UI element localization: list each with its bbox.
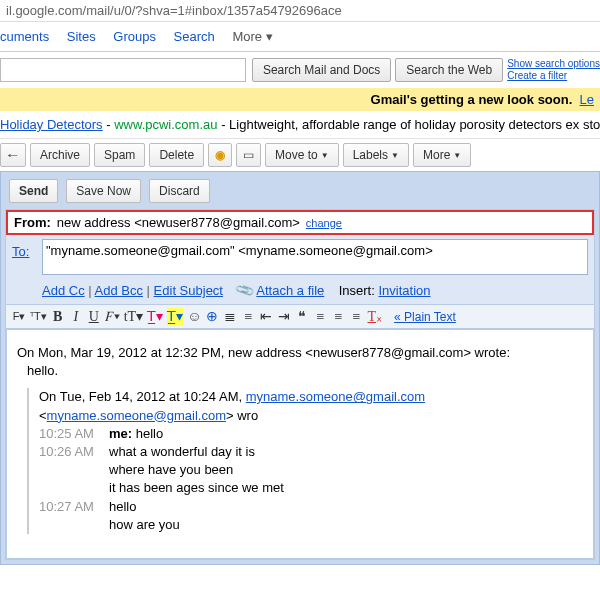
back-arrow-icon: ← xyxy=(5,148,21,162)
url-bar: il.google.com/mail/u/0/?shva=1#inbox/135… xyxy=(0,0,600,22)
nested-header: On Tue, Feb 14, 2012 at 10:24 AM, myname… xyxy=(39,388,583,424)
ad-domain: www.pcwi.com.au xyxy=(114,117,217,132)
bullet-list-button[interactable]: ≡ xyxy=(241,309,255,325)
message-toolbar: ← Archive Spam Delete ◉ ▭ Move to ▼ Labe… xyxy=(0,139,600,171)
format-toolbar: F▾ ᵀT▾ B I U 𝐹▾ tT▾ T̲▾ T̲▾ ☺ ⊕ ≣ ≡ ⇤ ⇥ … xyxy=(6,304,594,329)
labels-button[interactable]: Labels ▼ xyxy=(343,143,409,167)
ad-sep: - xyxy=(106,117,114,132)
remove-format-button[interactable]: Tₓ xyxy=(367,308,382,325)
discard-button[interactable]: Discard xyxy=(149,179,210,203)
font-face-button[interactable]: F▾ xyxy=(12,310,26,323)
to-row: To: "myname.someone@gmail.com" <myname.s… xyxy=(6,235,594,279)
add-bcc-link[interactable]: Add Bcc xyxy=(95,283,143,298)
insert-invitation-link[interactable]: Invitation xyxy=(378,283,430,298)
save-now-button[interactable]: Save Now xyxy=(66,179,141,203)
nav-search[interactable]: Search xyxy=(174,29,215,44)
italic-button[interactable]: I xyxy=(69,309,83,325)
compose-links: Add Cc | Add Bcc | Edit Subject 📎 Attach… xyxy=(6,279,594,304)
chat-line: where have you been xyxy=(109,461,233,479)
search-input[interactable] xyxy=(0,58,246,82)
text-size-button[interactable]: tT▾ xyxy=(124,308,143,325)
ad-desc: Lightweight, affordable range of holiday… xyxy=(229,117,600,132)
timestamp: 10:26 AM xyxy=(39,443,109,461)
chat-line: what a wonderful day it is xyxy=(109,443,255,461)
font-size-button[interactable]: ᵀT▾ xyxy=(30,310,47,323)
compose-inner: From: new address <newuser8778@gmail.com… xyxy=(5,209,595,560)
back-button[interactable]: ← xyxy=(0,143,26,167)
to-label[interactable]: To: xyxy=(12,239,42,259)
chevron-down-icon: ▼ xyxy=(453,151,461,160)
align-center-button[interactable]: ≡ xyxy=(331,309,345,325)
highlight-button[interactable]: T̲▾ xyxy=(167,308,183,325)
minus-box-icon: ▭ xyxy=(243,148,254,162)
nav-documents[interactable]: cuments xyxy=(0,29,49,44)
ad-title[interactable]: Holiday Detectors xyxy=(0,117,103,132)
to-input[interactable]: "myname.someone@gmail.com" <myname.someo… xyxy=(42,239,588,275)
outdent-button[interactable]: ⇤ xyxy=(259,308,273,325)
chat-line: me: hello xyxy=(109,425,163,443)
ad-line: Holiday Detectors - www.pcwi.com.au - Li… xyxy=(0,111,600,139)
top-nav: cuments Sites Groups Search More ▾ xyxy=(0,22,600,52)
chevron-down-icon: ▼ xyxy=(391,151,399,160)
move-to-button[interactable]: Move to ▼ xyxy=(265,143,339,167)
spam-button[interactable]: Spam xyxy=(94,143,145,167)
quote-button[interactable]: ❝ xyxy=(295,308,309,325)
search-web-button[interactable]: Search the Web xyxy=(395,58,503,82)
insert-label: Insert: xyxy=(339,283,375,298)
emoji-button[interactable]: ☺ xyxy=(187,309,201,325)
chat-line: it has been ages since we met xyxy=(109,479,284,497)
bold-button[interactable]: B xyxy=(51,309,65,325)
font-style-button[interactable]: 𝐹▾ xyxy=(105,309,120,325)
show-search-options[interactable]: Show search options xyxy=(507,58,600,70)
add-cc-link[interactable]: Add Cc xyxy=(42,283,85,298)
delete-button[interactable]: Delete xyxy=(149,143,204,167)
from-row-highlighted: From: new address <newuser8778@gmail.com… xyxy=(6,210,594,235)
plain-text-link[interactable]: « Plain Text xyxy=(394,310,456,324)
paperclip-icon: 📎 xyxy=(235,280,256,301)
search-links: Show search options Create a filter xyxy=(507,58,600,82)
underline-button[interactable]: U xyxy=(87,309,101,325)
chat-line: hello xyxy=(109,498,136,516)
create-filter[interactable]: Create a filter xyxy=(507,70,600,82)
banner-link[interactable]: Le xyxy=(580,92,594,107)
chevron-down-icon: ▼ xyxy=(321,151,329,160)
quoted-hello: hello. xyxy=(27,362,583,380)
collapse-icon-button[interactable]: ▭ xyxy=(236,143,261,167)
search-row: Search Mail and Docs Search the Web Show… xyxy=(0,52,600,86)
banner-text: Gmail's getting a new look soon. xyxy=(371,92,573,107)
move-down-icon-button[interactable]: ◉ xyxy=(208,143,232,167)
text-color-button[interactable]: T̲▾ xyxy=(147,308,163,325)
numbered-list-button[interactable]: ≣ xyxy=(223,308,237,325)
timestamp: 10:27 AM xyxy=(39,498,109,516)
send-button[interactable]: Send xyxy=(9,179,58,203)
chat-line: how are you xyxy=(109,516,180,534)
compose-body[interactable]: On Mon, Mar 19, 2012 at 12:32 PM, new ad… xyxy=(6,329,594,559)
attach-file-link[interactable]: Attach a file xyxy=(256,283,324,298)
compose-panel: Send Save Now Discard From: new address … xyxy=(0,171,600,565)
from-value: new address <newuser8778@gmail.com> xyxy=(57,215,300,230)
new-look-banner: Gmail's getting a new look soon. Le xyxy=(0,88,600,111)
compose-buttons: Send Save Now Discard xyxy=(5,176,595,209)
edit-subject-link[interactable]: Edit Subject xyxy=(154,283,223,298)
timestamp: 10:25 AM xyxy=(39,425,109,443)
nav-groups[interactable]: Groups xyxy=(113,29,156,44)
search-mail-button[interactable]: Search Mail and Docs xyxy=(252,58,391,82)
nested-quote: On Tue, Feb 14, 2012 at 10:24 AM, myname… xyxy=(27,388,583,534)
mail-link-2[interactable]: myname.someone@gmail.com xyxy=(47,408,226,423)
indent-button[interactable]: ⇥ xyxy=(277,308,291,325)
more-button[interactable]: More ▼ xyxy=(413,143,471,167)
ad-sep2: - xyxy=(221,117,229,132)
nav-sites[interactable]: Sites xyxy=(67,29,96,44)
mail-link-1[interactable]: myname.someone@gmail.com xyxy=(246,389,425,404)
archive-button[interactable]: Archive xyxy=(30,143,90,167)
link-button[interactable]: ⊕ xyxy=(205,308,219,325)
quoted-header: On Mon, Mar 19, 2012 at 12:32 PM, new ad… xyxy=(17,344,583,362)
align-left-button[interactable]: ≡ xyxy=(313,309,327,325)
circle-plus-icon: ◉ xyxy=(215,148,225,162)
change-from-link[interactable]: change xyxy=(306,217,342,229)
from-label: From: xyxy=(14,215,51,230)
align-right-button[interactable]: ≡ xyxy=(349,309,363,325)
nav-more[interactable]: More ▾ xyxy=(232,29,272,44)
